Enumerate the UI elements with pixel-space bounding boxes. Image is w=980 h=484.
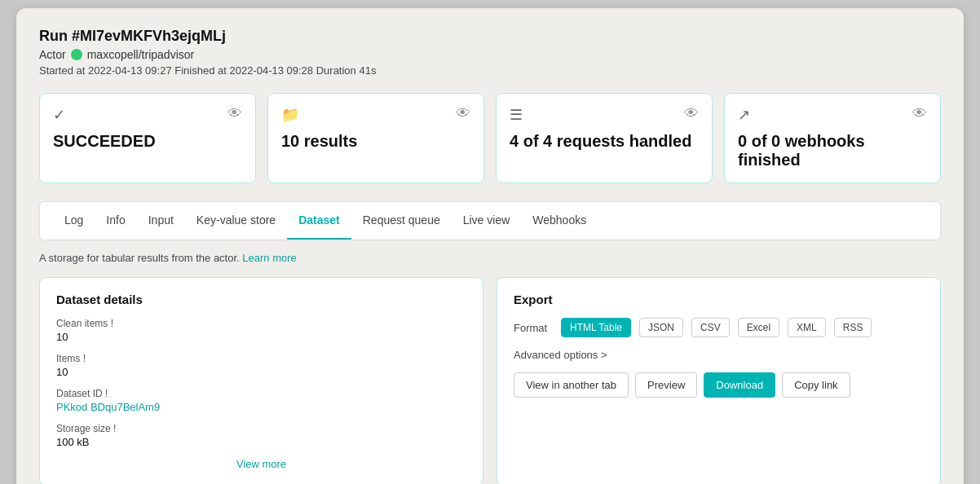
stat-value-webhooks: 0 of 0 webhooks finished	[738, 132, 927, 169]
eye-icon-requests[interactable]: 👁	[684, 105, 699, 122]
stats-row: 👁 SUCCEEDED 👁 10 results 👁 4 of 4 reques…	[39, 93, 941, 183]
dataset-card: Dataset details Clean items ! 10 Items !…	[39, 277, 483, 484]
eye-icon-results[interactable]: 👁	[456, 105, 470, 122]
stat-card-results: 👁 10 results	[267, 93, 484, 183]
format-excel[interactable]: Excel	[738, 318, 779, 337]
items-value: 10	[56, 366, 466, 378]
preview-button[interactable]: Preview	[635, 372, 697, 398]
copy-link-button[interactable]: Copy link	[782, 372, 850, 398]
storage-description: A storage for tabular results from the a…	[39, 252, 941, 264]
items-label: Items !	[56, 353, 466, 364]
download-button[interactable]: Download	[704, 372, 775, 398]
tab-liveview[interactable]: Live view	[452, 202, 522, 240]
export-card-title: Export	[514, 293, 924, 306]
list-icon	[510, 105, 523, 124]
stat-card-status: 👁 SUCCEEDED	[39, 93, 256, 183]
eye-icon-status[interactable]: 👁	[227, 105, 242, 122]
actor-name: maxcopell/tripadvisor	[87, 48, 195, 61]
stat-value-status: SUCCEEDED	[53, 132, 242, 151]
actor-label: Actor	[39, 48, 66, 61]
advanced-options[interactable]: Advanced options >	[514, 349, 924, 361]
storage-size-value: 100 kB	[56, 436, 466, 448]
storage-size-label: Storage size !	[56, 423, 466, 434]
tab-keyvalue[interactable]: Key-value store	[185, 202, 287, 240]
clean-items-label: Clean items !	[56, 318, 466, 329]
dataset-id-link[interactable]: PKkod BDqu7BelAm9	[56, 401, 466, 413]
check-icon	[53, 105, 65, 124]
stat-card-requests: 👁 4 of 4 requests handled	[496, 93, 713, 183]
dataset-id-label: Dataset ID !	[56, 388, 466, 399]
view-in-tab-button[interactable]: View in another tab	[514, 372, 629, 398]
tab-dataset[interactable]: Dataset	[287, 202, 351, 240]
actor-status-dot	[71, 49, 82, 60]
stat-card-webhooks: 👁 0 of 0 webhooks finished	[724, 93, 941, 183]
export-card: Export Format HTML Table JSON CSV Excel …	[497, 277, 941, 484]
view-more-link[interactable]: View more	[56, 458, 466, 470]
tab-info[interactable]: Info	[95, 202, 136, 240]
clean-items-value: 10	[56, 331, 466, 343]
format-csv[interactable]: CSV	[691, 318, 730, 337]
learn-more-link[interactable]: Learn more	[242, 252, 296, 264]
chart-icon	[738, 105, 750, 124]
bottom-row: Dataset details Clean items ! 10 Items !…	[39, 277, 941, 484]
run-title: Run #MI7evMKFVh3ejqMLj	[39, 28, 941, 45]
tabs-bar: Log Info Input Key-value store Dataset R…	[39, 201, 941, 240]
format-html[interactable]: HTML Table	[561, 318, 631, 337]
tab-input[interactable]: Input	[137, 202, 185, 240]
format-xml[interactable]: XML	[788, 318, 826, 337]
stat-value-results: 10 results	[281, 132, 470, 151]
actor-line: Actor maxcopell/tripadvisor	[39, 48, 941, 61]
format-json[interactable]: JSON	[639, 318, 683, 337]
tab-requestqueue[interactable]: Request queue	[351, 202, 452, 240]
started-line: Started at 2022-04-13 09:27 Finished at …	[39, 64, 941, 77]
dataset-card-title: Dataset details	[56, 293, 466, 306]
format-rss[interactable]: RSS	[834, 318, 872, 337]
tab-webhooks[interactable]: Webhooks	[521, 202, 598, 240]
stat-value-requests: 4 of 4 requests handled	[510, 132, 699, 151]
action-buttons: View in another tab Preview Download Cop…	[514, 372, 924, 398]
folder-icon	[281, 105, 299, 124]
main-container: Run #MI7evMKFVh3ejqMLj Actor maxcopell/t…	[16, 8, 964, 484]
format-label: Format	[514, 322, 553, 334]
eye-icon-webhooks[interactable]: 👁	[912, 105, 927, 122]
tab-log[interactable]: Log	[53, 202, 95, 240]
format-row: Format HTML Table JSON CSV Excel XML RSS	[514, 318, 924, 337]
